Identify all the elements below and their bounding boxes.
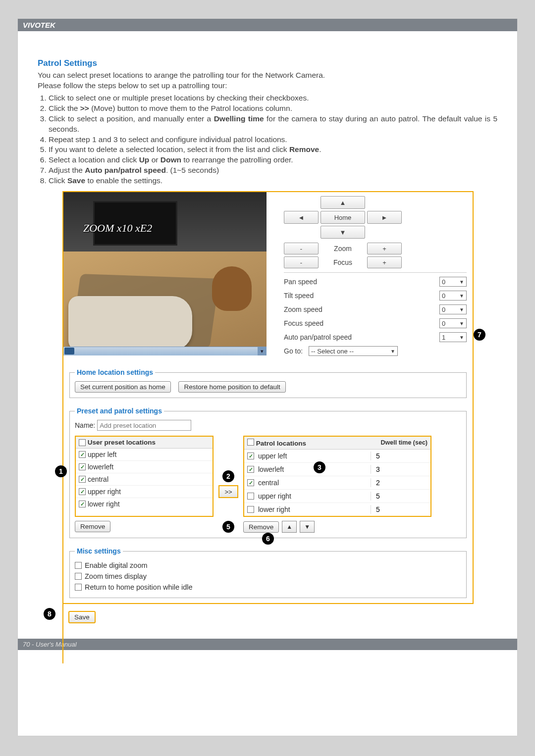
dwell-time-input[interactable] bbox=[375, 452, 425, 460]
preset-name: lowerleft bbox=[88, 463, 113, 471]
user-preset-row[interactable]: central bbox=[76, 473, 213, 486]
patrol-down-button[interactable]: ▼ bbox=[300, 521, 315, 533]
patrol-row[interactable]: upper right bbox=[244, 490, 430, 503]
callout-7: 7 bbox=[474, 329, 485, 341]
select-all-presets-checkbox[interactable] bbox=[79, 439, 86, 446]
step-5: If you want to delete a selected locatio… bbox=[49, 145, 497, 155]
patrol-checkbox[interactable] bbox=[247, 466, 254, 473]
step-7: Adjust the Auto pan/patrol speed. (1~5 s… bbox=[49, 165, 497, 176]
preset-checkbox[interactable] bbox=[79, 451, 86, 458]
zoom-label: Zoom bbox=[321, 243, 365, 254]
restore-home-button[interactable]: Restore home position to default bbox=[178, 381, 285, 393]
pan-speed-label: Pan speed bbox=[284, 278, 439, 286]
step-1: Click to select one or multiple preset l… bbox=[49, 93, 497, 103]
user-preset-row[interactable]: upper left bbox=[76, 449, 213, 461]
preset-name: lower right bbox=[88, 500, 120, 508]
chevron-down-icon: ▼ bbox=[459, 321, 464, 326]
intro-line-2: Please follow the steps below to set up … bbox=[38, 81, 497, 91]
save-button[interactable]: Save bbox=[68, 611, 96, 623]
patrol-checkbox[interactable] bbox=[247, 506, 254, 513]
preset-name-input[interactable] bbox=[97, 420, 191, 431]
user-preset-row[interactable]: upper right bbox=[76, 486, 213, 498]
preset-name: upper right bbox=[88, 488, 121, 496]
patrol-checkbox[interactable] bbox=[247, 479, 254, 486]
preset-checkbox[interactable] bbox=[79, 476, 86, 483]
tilt-speed-select[interactable]: 0▼ bbox=[439, 291, 467, 301]
set-home-button[interactable]: Set current position as home bbox=[75, 381, 171, 393]
zoom-times-display-checkbox[interactable] bbox=[75, 573, 82, 580]
misc-opt1: Enable digital zoom bbox=[85, 561, 148, 569]
preset-name-label: Name: bbox=[75, 421, 95, 429]
dwell-time-input[interactable] bbox=[375, 492, 425, 501]
misc-fieldset: Misc settings Enable digital zoom Zoom t… bbox=[69, 547, 467, 598]
goto-label: Go to: bbox=[284, 347, 309, 355]
tilt-down-button[interactable]: ▼ bbox=[321, 226, 365, 239]
patrol-name: central bbox=[256, 479, 369, 487]
zoom-out-button[interactable]: - bbox=[284, 243, 319, 254]
pan-speed-select[interactable]: 0▼ bbox=[439, 277, 467, 287]
callout-2: 2 bbox=[222, 470, 234, 482]
camera-preview[interactable]: ZOOM x10 xE2 ▾ bbox=[63, 192, 267, 355]
patrol-checkbox[interactable] bbox=[247, 493, 254, 500]
callout-3: 3 bbox=[314, 461, 325, 473]
patrol-up-button[interactable]: ▲ bbox=[282, 521, 297, 533]
patrol-row[interactable]: upper left bbox=[244, 450, 430, 463]
config-panel: ZOOM x10 xE2 ▾ ▲ ◄ Home ► bbox=[62, 191, 474, 604]
zoom-speed-select[interactable]: 0▼ bbox=[439, 304, 467, 314]
tilt-up-button[interactable]: ▲ bbox=[321, 196, 365, 209]
misc-opt2: Zoom times display bbox=[85, 572, 147, 580]
preset-checkbox[interactable] bbox=[79, 463, 86, 470]
auto-speed-label: Auto pan/patrol speed bbox=[284, 333, 439, 341]
home-location-fieldset: Home location settings Set current posit… bbox=[69, 368, 467, 398]
return-home-idle-checkbox[interactable] bbox=[75, 584, 82, 591]
focus-far-button[interactable]: + bbox=[367, 256, 402, 268]
patrol-row[interactable]: lower right bbox=[244, 503, 430, 516]
preset-checkbox[interactable] bbox=[79, 501, 86, 507]
header-brand: VIVOTEK bbox=[18, 19, 517, 31]
focus-label: Focus bbox=[321, 256, 365, 268]
chevron-down-icon: ▼ bbox=[459, 279, 464, 285]
patrol-row[interactable]: lowerleft bbox=[244, 463, 430, 476]
dwell-time-input[interactable] bbox=[375, 505, 425, 514]
remove-patrol-button[interactable]: Remove bbox=[243, 521, 279, 533]
auto-speed-select[interactable]: 1▼ bbox=[439, 332, 467, 342]
select-all-patrol-checkbox[interactable] bbox=[247, 439, 254, 446]
callout-1: 1 bbox=[55, 465, 67, 477]
step-8: Click Save to enable the settings. bbox=[49, 176, 497, 186]
patrol-name: upper left bbox=[256, 452, 369, 460]
user-preset-list: User preset locations upper leftlowerlef… bbox=[75, 436, 214, 517]
zoom-in-button[interactable]: + bbox=[367, 243, 402, 254]
focus-speed-select[interactable]: 0▼ bbox=[439, 318, 467, 328]
chevron-down-icon: ▼ bbox=[390, 349, 395, 354]
user-preset-row[interactable]: lowerleft bbox=[76, 461, 213, 473]
step-2: Click the >> (Move) button to move them … bbox=[49, 103, 497, 114]
goto-select[interactable]: -- Select one --▼ bbox=[309, 346, 398, 356]
home-legend: Home location settings bbox=[75, 368, 155, 376]
chevron-down-icon: ▼ bbox=[459, 293, 464, 299]
misc-opt3: Return to home position while idle bbox=[85, 583, 193, 591]
focus-near-button[interactable]: - bbox=[284, 256, 319, 268]
patrol-name: upper right bbox=[256, 492, 369, 500]
step-4: Repeat step 1 and 3 to select and config… bbox=[49, 135, 497, 145]
dwell-time-input[interactable] bbox=[375, 478, 425, 487]
remove-preset-button[interactable]: Remove bbox=[75, 521, 110, 532]
home-button[interactable]: Home bbox=[321, 211, 365, 224]
preview-scrollbar[interactable]: ▾ bbox=[63, 347, 267, 355]
preset-legend: Preset and patrol settings bbox=[75, 407, 164, 415]
chevron-down-icon: ▼ bbox=[459, 335, 464, 340]
pan-right-button[interactable]: ► bbox=[367, 211, 402, 224]
callout-5: 5 bbox=[222, 521, 234, 533]
patrol-name: lowerleft bbox=[256, 465, 369, 473]
preset-checkbox[interactable] bbox=[79, 488, 86, 495]
patrol-name: lower right bbox=[256, 505, 369, 513]
page-footer: 70 - User's Manual bbox=[18, 639, 517, 650]
enable-digital-zoom-checkbox[interactable] bbox=[75, 562, 82, 569]
dwell-time-input[interactable] bbox=[375, 465, 425, 474]
step-6: Select a location and click Up or Down t… bbox=[49, 155, 497, 165]
user-preset-row[interactable]: lower right bbox=[76, 498, 213, 510]
scroll-right-icon[interactable]: ▾ bbox=[258, 347, 267, 355]
move-to-patrol-button[interactable]: >> bbox=[218, 485, 238, 498]
pan-left-button[interactable]: ◄ bbox=[284, 211, 319, 224]
patrol-row[interactable]: central bbox=[244, 476, 430, 490]
patrol-checkbox[interactable] bbox=[247, 453, 254, 459]
